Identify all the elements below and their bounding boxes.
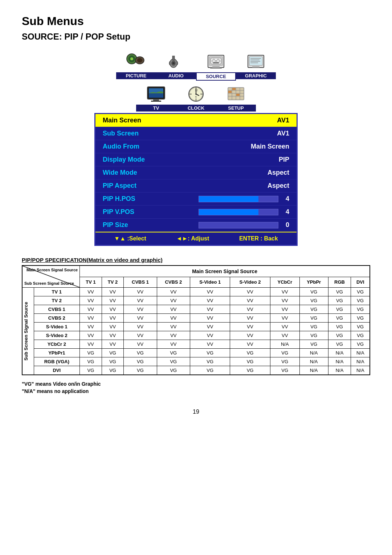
- table-row: TV 2 VVVVVVVVVVVVVVVGVGVG: [23, 296, 370, 305]
- main-title: Sub Menus: [22, 15, 370, 28]
- setup-label: SETUP: [216, 105, 256, 112]
- footnote-na: "N/A" means no application: [22, 388, 370, 394]
- sub-title: SOURCE: PIP / POP Setup: [22, 32, 370, 42]
- setup-icon: [224, 85, 248, 103]
- page-number: 19: [22, 409, 370, 415]
- pip-aspect-value: Aspect: [268, 182, 289, 190]
- footer-select: ▼▲ :Select: [114, 235, 146, 242]
- table-row: YPbPr1 VGVGVGVGVGVGVGN/AN/AN/A: [23, 349, 370, 357]
- display-mode-value: PIP: [279, 156, 289, 163]
- table-row: RGB (VGA) VGVGVGVGVGVGVGN/AN/AN/A: [23, 357, 370, 366]
- icon-clock[interactable]: 12 6 CLOCK: [176, 83, 216, 112]
- footnote-vg: "VG" means Video on/in Graphic: [22, 381, 370, 387]
- svg-rect-11: [212, 66, 220, 68]
- row-tv1: TV 1: [34, 288, 80, 296]
- pip-vpos-bar-row: 4: [199, 208, 289, 216]
- corner-bottom-label: Sub Screen Signal Source: [24, 281, 74, 285]
- corner-cell: Main Screen Signal Source Sub Screen Sig…: [23, 266, 80, 288]
- svg-rect-23: [252, 66, 260, 68]
- spec-table: Main Screen Signal Source Sub Screen Sig…: [22, 266, 370, 375]
- menu-row-pip-aspect[interactable]: PIP Aspect Aspect: [95, 179, 297, 193]
- icon-graphic[interactable]: GRAPHIC: [236, 50, 276, 81]
- corner-top-label: Main Screen Signal Source: [26, 268, 78, 272]
- clock-icon: 12 6: [184, 85, 208, 103]
- pip-hpos-value: 4: [282, 195, 289, 203]
- main-screen-value: AV1: [277, 117, 289, 124]
- clock-label: CLOCK: [176, 105, 216, 112]
- row-tv2: TV 2: [34, 296, 80, 305]
- icon-source[interactable]: SOURCE: [196, 50, 236, 81]
- pip-hpos-bar: [199, 196, 278, 202]
- row-ypbpr1: YPbPr1: [34, 349, 80, 357]
- pip-hpos-bar-row: 4: [199, 195, 289, 203]
- menu-row-sub-screen[interactable]: Sub Screen AV1: [95, 127, 297, 140]
- svg-rect-48: [228, 91, 232, 93]
- icon-setup[interactable]: SETUP: [216, 83, 256, 112]
- pip-hpos-label: PIP H.POS: [103, 195, 161, 203]
- tv-label: TV: [136, 105, 176, 112]
- menu-row-main-screen[interactable]: Main Screen AV1: [95, 114, 297, 127]
- col-cvbs1: CVBS 1: [124, 277, 157, 287]
- svg-rect-27: [153, 99, 159, 101]
- table-row: Sub Screen Signal Source TV 1 VVVVVVVVVV…: [23, 288, 370, 296]
- source-icon: [204, 52, 228, 70]
- svg-point-2: [130, 57, 133, 60]
- svg-rect-49: [236, 94, 240, 96]
- icon-audio[interactable]: AUDIO: [156, 50, 196, 81]
- table-row: CVBS 2 VVVVVVVVVVVVVVVGVGVG: [23, 314, 370, 323]
- pip-vpos-bar: [199, 209, 278, 215]
- audio-label: AUDIO: [156, 72, 196, 79]
- display-mode-label: Display Mode: [103, 156, 161, 163]
- svg-point-15: [216, 59, 220, 63]
- pip-size-label: PIP Size: [103, 221, 161, 229]
- pip-size-value: 0: [282, 221, 289, 229]
- table-row: YCbCr 2 VVVVVVVVVVVVN/AVGVGVG: [23, 340, 370, 349]
- audio-icon: [164, 52, 188, 70]
- sub-screen-label: Sub Screen: [103, 130, 161, 137]
- graphic-icon: [244, 52, 268, 70]
- row-cvbs2: CVBS 2: [34, 314, 80, 323]
- spec-table-wrap: Main Screen Signal Source Sub Screen Sig…: [22, 265, 370, 375]
- main-screen-label: Main Screen: [103, 117, 161, 124]
- audio-from-label: Audio From: [103, 143, 161, 150]
- pip-aspect-label: PIP Aspect: [103, 182, 161, 190]
- row-ycbcr2: YCbCr 2: [34, 340, 80, 349]
- menu-row-pip-hpos[interactable]: PIP H.POS 4: [95, 193, 297, 206]
- col-tv1: TV 1: [80, 277, 102, 287]
- menu-row-pip-size[interactable]: PIP Size 0: [95, 219, 297, 232]
- sub-screen-value: AV1: [277, 130, 289, 137]
- wide-mode-value: Aspect: [268, 169, 289, 177]
- footer-adjust: ◄►: Adjust: [176, 235, 209, 242]
- row-svideo2: S-Video 2: [34, 331, 80, 340]
- row-rgb-vga: RGB (VGA): [34, 357, 80, 366]
- svg-rect-16: [213, 62, 219, 63]
- menu-row-pip-vpos[interactable]: PIP V.POS 4: [95, 206, 297, 219]
- graphic-label: GRAPHIC: [236, 72, 276, 79]
- icon-tv[interactable]: TV: [136, 83, 176, 112]
- wide-mode-label: Wide Mode: [103, 169, 161, 177]
- menu-row-wide-mode[interactable]: Wide Mode Aspect: [95, 166, 297, 179]
- col-tv2: TV 2: [102, 277, 124, 287]
- icon-picture[interactable]: PICTURE: [116, 50, 156, 81]
- row-svideo1: S-Video 1: [34, 323, 80, 331]
- pip-vpos-label: PIP V.POS: [103, 208, 161, 216]
- menu-row-audio-from[interactable]: Audio From Main Screen: [95, 140, 297, 153]
- tv-icon: [144, 85, 168, 103]
- footnotes: "VG" means Video on/in Graphic "N/A" mea…: [22, 381, 370, 394]
- svg-rect-28: [151, 101, 161, 102]
- svg-point-7: [172, 62, 175, 64]
- col-svideo1: S-Video 1: [190, 277, 230, 287]
- svg-point-4: [137, 58, 142, 62]
- col-rgb: RGB: [328, 277, 351, 287]
- main-screen-header: Main Screen Signal Source: [80, 266, 370, 277]
- svg-text:6: 6: [195, 96, 197, 98]
- svg-rect-26: [149, 93, 163, 98]
- col-dvi: DVI: [351, 277, 370, 287]
- icon-bar-row1: PICTURE AUDIO: [94, 50, 298, 81]
- table-row: S-Video 2 VVVVVVVVVVVVVVVGVGVG: [23, 331, 370, 340]
- table-row: CVBS 1 VVVVVVVVVVVVVVVGVGVG: [23, 305, 370, 314]
- menu-row-display-mode[interactable]: Display Mode PIP: [95, 153, 297, 166]
- col-ycbcr: YCbCr: [270, 277, 299, 287]
- spec-title: PIP/POP SPECIFICATION(Matrix on video an…: [22, 257, 370, 263]
- table-row: DVI VGVGVGVGVGVGVGN/AN/AN/A: [23, 366, 370, 375]
